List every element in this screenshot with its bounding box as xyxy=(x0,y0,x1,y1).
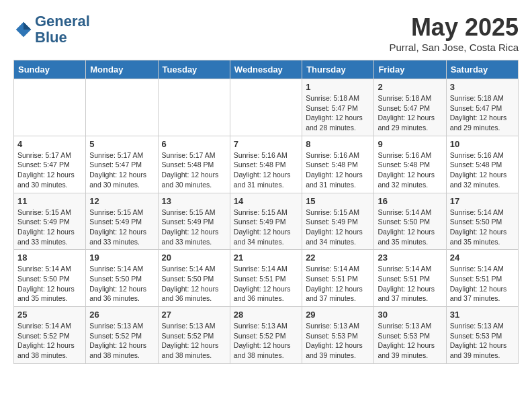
calendar-cell xyxy=(14,79,86,136)
day-info: Sunrise: 5:13 AM Sunset: 5:53 PM Dayligh… xyxy=(378,321,442,361)
day-number: 11 xyxy=(17,196,82,206)
day-number: 17 xyxy=(450,196,515,206)
day-info: Sunrise: 5:13 AM Sunset: 5:52 PM Dayligh… xyxy=(162,321,226,361)
logo: General Blue xyxy=(13,13,90,46)
day-info: Sunrise: 5:15 AM Sunset: 5:49 PM Dayligh… xyxy=(306,208,370,247)
logo-text: General Blue xyxy=(35,13,90,46)
day-info: Sunrise: 5:15 AM Sunset: 5:49 PM Dayligh… xyxy=(89,208,154,247)
day-number: 18 xyxy=(17,253,82,263)
day-number: 25 xyxy=(17,310,82,320)
calendar-cell: 8Sunrise: 5:16 AM Sunset: 5:48 PM Daylig… xyxy=(302,136,374,193)
day-number: 24 xyxy=(450,253,515,263)
calendar-cell: 3Sunrise: 5:18 AM Sunset: 5:47 PM Daylig… xyxy=(446,79,518,136)
day-info: Sunrise: 5:17 AM Sunset: 5:48 PM Dayligh… xyxy=(162,150,226,190)
day-number: 28 xyxy=(234,310,298,320)
day-number: 4 xyxy=(17,139,82,149)
calendar-cell: 2Sunrise: 5:18 AM Sunset: 5:47 PM Daylig… xyxy=(374,79,446,136)
weekday-header-tuesday: Tuesday xyxy=(158,60,230,79)
weekday-header-friday: Friday xyxy=(374,60,446,79)
day-number: 21 xyxy=(234,253,298,263)
calendar-cell: 25Sunrise: 5:14 AM Sunset: 5:52 PM Dayli… xyxy=(14,307,86,364)
calendar-cell xyxy=(158,79,230,136)
calendar-cell: 12Sunrise: 5:15 AM Sunset: 5:49 PM Dayli… xyxy=(86,193,158,250)
day-info: Sunrise: 5:14 AM Sunset: 5:51 PM Dayligh… xyxy=(378,264,442,304)
calendar-cell: 27Sunrise: 5:13 AM Sunset: 5:52 PM Dayli… xyxy=(158,307,230,364)
day-number: 10 xyxy=(450,139,515,149)
day-number: 19 xyxy=(89,253,154,263)
calendar-cell: 24Sunrise: 5:14 AM Sunset: 5:51 PM Dayli… xyxy=(446,250,518,307)
day-number: 8 xyxy=(306,139,370,149)
day-info: Sunrise: 5:18 AM Sunset: 5:47 PM Dayligh… xyxy=(378,93,442,133)
calendar-cell: 7Sunrise: 5:16 AM Sunset: 5:48 PM Daylig… xyxy=(230,136,302,193)
calendar-cell: 6Sunrise: 5:17 AM Sunset: 5:48 PM Daylig… xyxy=(158,136,230,193)
day-info: Sunrise: 5:13 AM Sunset: 5:53 PM Dayligh… xyxy=(450,321,515,361)
calendar-cell: 16Sunrise: 5:14 AM Sunset: 5:50 PM Dayli… xyxy=(374,193,446,250)
day-info: Sunrise: 5:15 AM Sunset: 5:49 PM Dayligh… xyxy=(162,208,226,247)
day-info: Sunrise: 5:14 AM Sunset: 5:50 PM Dayligh… xyxy=(450,208,515,247)
calendar-cell: 13Sunrise: 5:15 AM Sunset: 5:49 PM Dayli… xyxy=(158,193,230,250)
logo-line1: General xyxy=(35,13,90,30)
calendar-cell: 10Sunrise: 5:16 AM Sunset: 5:48 PM Dayli… xyxy=(446,136,518,193)
day-info: Sunrise: 5:15 AM Sunset: 5:49 PM Dayligh… xyxy=(234,208,298,247)
day-number: 29 xyxy=(306,310,370,320)
day-number: 6 xyxy=(162,139,226,149)
day-info: Sunrise: 5:13 AM Sunset: 5:52 PM Dayligh… xyxy=(234,321,298,361)
day-number: 13 xyxy=(162,196,226,206)
day-info: Sunrise: 5:16 AM Sunset: 5:48 PM Dayligh… xyxy=(378,150,442,190)
weekday-header-monday: Monday xyxy=(86,60,158,79)
calendar-week-5: 25Sunrise: 5:14 AM Sunset: 5:52 PM Dayli… xyxy=(14,307,519,364)
day-info: Sunrise: 5:17 AM Sunset: 5:47 PM Dayligh… xyxy=(89,150,154,190)
day-number: 16 xyxy=(378,196,442,206)
calendar-cell: 5Sunrise: 5:17 AM Sunset: 5:47 PM Daylig… xyxy=(86,136,158,193)
calendar-week-3: 11Sunrise: 5:15 AM Sunset: 5:49 PM Dayli… xyxy=(14,193,519,250)
day-number: 26 xyxy=(89,310,154,320)
day-info: Sunrise: 5:14 AM Sunset: 5:50 PM Dayligh… xyxy=(378,208,442,247)
weekday-header-row: SundayMondayTuesdayWednesdayThursdayFrid… xyxy=(14,60,519,79)
day-number: 5 xyxy=(89,139,154,149)
logo-icon xyxy=(13,19,34,40)
day-number: 30 xyxy=(378,310,442,320)
day-info: Sunrise: 5:14 AM Sunset: 5:51 PM Dayligh… xyxy=(234,264,298,304)
day-info: Sunrise: 5:14 AM Sunset: 5:52 PM Dayligh… xyxy=(17,321,82,361)
day-number: 9 xyxy=(378,139,442,149)
calendar-cell: 26Sunrise: 5:13 AM Sunset: 5:52 PM Dayli… xyxy=(86,307,158,364)
day-number: 23 xyxy=(378,253,442,263)
month-title: May 2025 xyxy=(389,13,519,42)
day-number: 7 xyxy=(234,139,298,149)
day-number: 3 xyxy=(450,82,515,92)
day-info: Sunrise: 5:16 AM Sunset: 5:48 PM Dayligh… xyxy=(306,150,370,190)
calendar-cell: 15Sunrise: 5:15 AM Sunset: 5:49 PM Dayli… xyxy=(302,193,374,250)
day-number: 27 xyxy=(162,310,226,320)
calendar-cell: 20Sunrise: 5:14 AM Sunset: 5:50 PM Dayli… xyxy=(158,250,230,307)
day-info: Sunrise: 5:15 AM Sunset: 5:49 PM Dayligh… xyxy=(17,208,82,247)
weekday-header-saturday: Saturday xyxy=(446,60,518,79)
calendar-cell: 23Sunrise: 5:14 AM Sunset: 5:51 PM Dayli… xyxy=(374,250,446,307)
day-info: Sunrise: 5:18 AM Sunset: 5:47 PM Dayligh… xyxy=(306,93,370,133)
title-block: May 2025 Purral, San Jose, Costa Rica xyxy=(389,13,519,53)
logo-line2: Blue xyxy=(35,29,67,46)
day-info: Sunrise: 5:14 AM Sunset: 5:50 PM Dayligh… xyxy=(162,264,226,304)
calendar-cell: 14Sunrise: 5:15 AM Sunset: 5:49 PM Dayli… xyxy=(230,193,302,250)
calendar-cell: 21Sunrise: 5:14 AM Sunset: 5:51 PM Dayli… xyxy=(230,250,302,307)
svg-marker-1 xyxy=(24,22,31,30)
calendar-week-4: 18Sunrise: 5:14 AM Sunset: 5:50 PM Dayli… xyxy=(14,250,519,307)
calendar-week-2: 4Sunrise: 5:17 AM Sunset: 5:47 PM Daylig… xyxy=(14,136,519,193)
day-number: 15 xyxy=(306,196,370,206)
calendar-cell: 9Sunrise: 5:16 AM Sunset: 5:48 PM Daylig… xyxy=(374,136,446,193)
calendar-week-1: 1Sunrise: 5:18 AM Sunset: 5:47 PM Daylig… xyxy=(14,79,519,136)
calendar-cell: 31Sunrise: 5:13 AM Sunset: 5:53 PM Dayli… xyxy=(446,307,518,364)
day-info: Sunrise: 5:13 AM Sunset: 5:53 PM Dayligh… xyxy=(306,321,370,361)
weekday-header-sunday: Sunday xyxy=(14,60,86,79)
day-number: 22 xyxy=(306,253,370,263)
day-info: Sunrise: 5:13 AM Sunset: 5:52 PM Dayligh… xyxy=(89,321,154,361)
calendar-cell xyxy=(86,79,158,136)
day-info: Sunrise: 5:17 AM Sunset: 5:47 PM Dayligh… xyxy=(17,150,82,190)
day-number: 12 xyxy=(89,196,154,206)
calendar-cell: 4Sunrise: 5:17 AM Sunset: 5:47 PM Daylig… xyxy=(14,136,86,193)
calendar-table: SundayMondayTuesdayWednesdayThursdayFrid… xyxy=(13,60,519,364)
day-number: 2 xyxy=(378,82,442,92)
page-header: General Blue May 2025 Purral, San Jose, … xyxy=(13,13,519,53)
calendar-cell: 19Sunrise: 5:14 AM Sunset: 5:50 PM Dayli… xyxy=(86,250,158,307)
calendar-cell xyxy=(230,79,302,136)
day-info: Sunrise: 5:14 AM Sunset: 5:51 PM Dayligh… xyxy=(306,264,370,304)
